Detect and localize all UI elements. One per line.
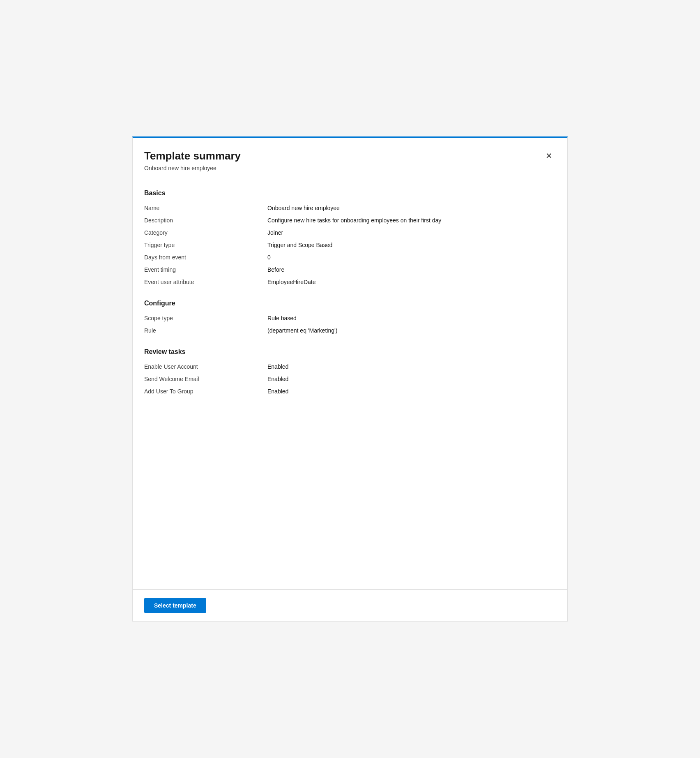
field-value-name: Onboard new hire employee	[267, 205, 340, 211]
field-label-category: Category	[144, 229, 267, 236]
field-row-trigger-type: Trigger type Trigger and Scope Based	[144, 239, 556, 251]
field-row-days-from-event: Days from event 0	[144, 251, 556, 263]
field-label-send-welcome-email: Send Welcome Email	[144, 376, 267, 382]
field-row-enable-user-account: Enable User Account Enabled	[144, 361, 556, 373]
configure-heading: Configure	[144, 300, 556, 307]
panel-content: Basics Name Onboard new hire employee De…	[133, 178, 567, 589]
field-value-description: Configure new hire tasks for onboarding …	[267, 217, 441, 224]
select-template-button[interactable]: Select template	[144, 598, 206, 613]
field-value-days-from-event: 0	[267, 254, 271, 261]
field-value-event-timing: Before	[267, 266, 284, 273]
field-value-add-user-to-group: Enabled	[267, 388, 288, 395]
field-label-scope-type: Scope type	[144, 315, 267, 321]
field-row-description: Description Configure new hire tasks for…	[144, 214, 556, 226]
field-row-event-user-attribute: Event user attribute EmployeeHireDate	[144, 276, 556, 288]
field-value-scope-type: Rule based	[267, 315, 297, 321]
field-label-name: Name	[144, 205, 267, 211]
close-icon: ✕	[546, 151, 553, 160]
field-label-rule: Rule	[144, 327, 267, 334]
review-tasks-section: Review tasks Enable User Account Enabled…	[144, 348, 556, 397]
field-label-event-user-attribute: Event user attribute	[144, 279, 267, 285]
field-value-send-welcome-email: Enabled	[267, 376, 288, 382]
field-row-rule: Rule (department eq 'Marketing')	[144, 324, 556, 337]
field-value-category: Joiner	[267, 229, 283, 236]
field-row-category: Category Joiner	[144, 226, 556, 239]
field-row-name: Name Onboard new hire employee	[144, 202, 556, 214]
basics-heading: Basics	[144, 190, 556, 197]
field-label-event-timing: Event timing	[144, 266, 267, 273]
field-label-trigger-type: Trigger type	[144, 242, 267, 248]
close-button[interactable]: ✕	[544, 150, 554, 162]
panel-footer: Select template	[133, 589, 567, 621]
field-row-send-welcome-email: Send Welcome Email Enabled	[144, 373, 556, 385]
panel-header: Template summary Onboard new hire employ…	[133, 138, 567, 178]
template-summary-panel: Template summary Onboard new hire employ…	[132, 136, 568, 622]
field-row-add-user-to-group: Add User To Group Enabled	[144, 385, 556, 397]
field-label-description: Description	[144, 217, 267, 224]
configure-section: Configure Scope type Rule based Rule (de…	[144, 300, 556, 337]
field-label-days-from-event: Days from event	[144, 254, 267, 261]
field-row-event-timing: Event timing Before	[144, 263, 556, 276]
field-value-trigger-type: Trigger and Scope Based	[267, 242, 332, 248]
field-value-enable-user-account: Enabled	[267, 363, 288, 370]
panel-title: Template summary	[144, 149, 241, 163]
basics-section: Basics Name Onboard new hire employee De…	[144, 190, 556, 288]
field-label-add-user-to-group: Add User To Group	[144, 388, 267, 395]
review-tasks-heading: Review tasks	[144, 348, 556, 356]
field-value-event-user-attribute: EmployeeHireDate	[267, 279, 316, 285]
field-label-enable-user-account: Enable User Account	[144, 363, 267, 370]
panel-title-group: Template summary Onboard new hire employ…	[144, 149, 241, 171]
field-value-rule: (department eq 'Marketing')	[267, 327, 337, 334]
field-row-scope-type: Scope type Rule based	[144, 312, 556, 324]
panel-subtitle: Onboard new hire employee	[144, 165, 241, 171]
